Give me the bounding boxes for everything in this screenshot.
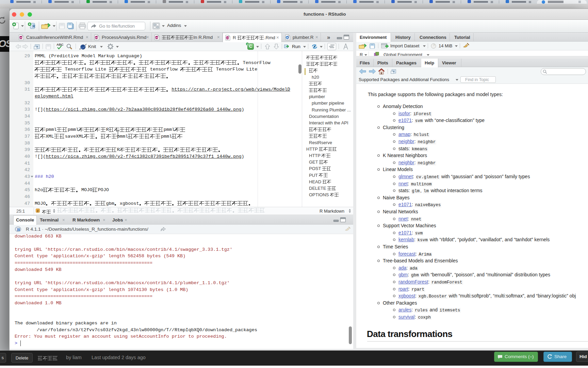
svg-text:md: md xyxy=(19,36,22,39)
svg-text:md: md xyxy=(95,36,98,39)
svg-text:R: R xyxy=(17,227,20,232)
svg-text:md: md xyxy=(226,37,229,39)
svg-text:R: R xyxy=(287,36,289,39)
svg-text:R: R xyxy=(33,24,35,28)
svg-text:md: md xyxy=(155,36,158,39)
